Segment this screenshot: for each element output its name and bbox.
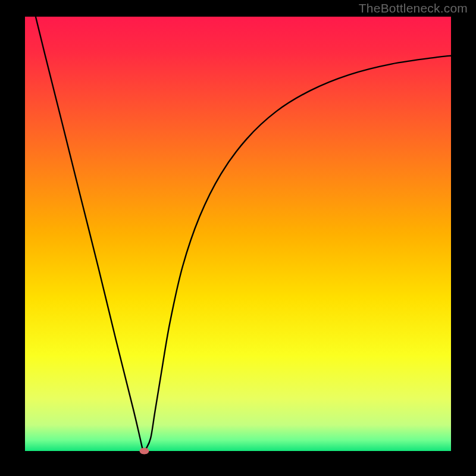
chart-frame: TheBottleneck.com: [0, 0, 476, 476]
minimum-marker: [139, 448, 149, 455]
bottleneck-chart: [0, 0, 476, 476]
watermark-text: TheBottleneck.com: [359, 1, 468, 15]
plot-background: [25, 17, 451, 451]
